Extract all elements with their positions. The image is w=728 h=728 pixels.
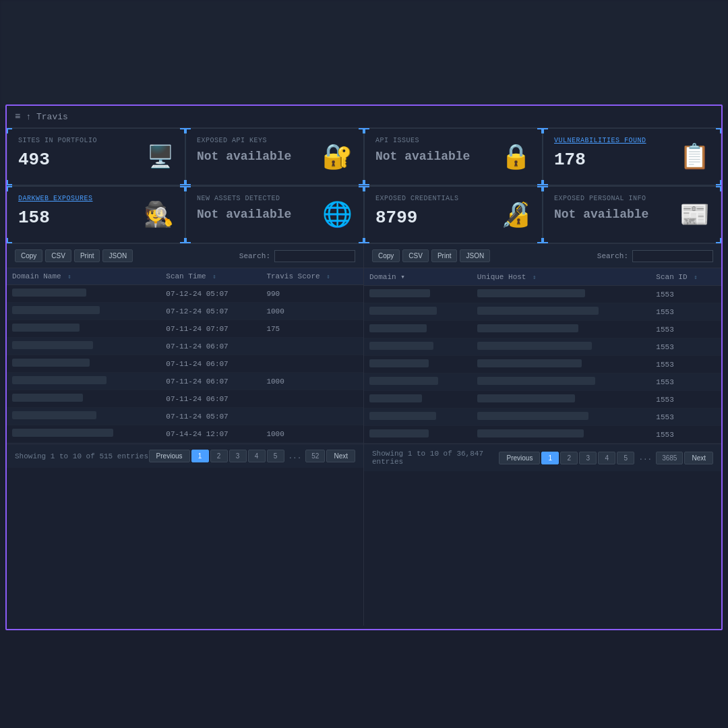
left-table-row: 07-12-24 05:07 990 xyxy=(7,285,363,303)
right-btn-group: Copy CSV Print JSON xyxy=(372,249,490,262)
right-domain-cell xyxy=(364,286,472,303)
right-page-5-btn[interactable]: 5 xyxy=(617,452,634,464)
right-prev-btn[interactable]: Previous xyxy=(499,452,540,464)
left-search-input[interactable] xyxy=(274,250,355,262)
left-prev-btn[interactable]: Previous xyxy=(149,450,190,462)
right-print-btn[interactable]: Print xyxy=(431,249,458,262)
stat-exposed-creds: Exposed Credentials 8799 🔏 xyxy=(364,186,543,243)
api-keys-icon: 🔐 xyxy=(322,142,353,172)
left-copy-btn[interactable]: Copy xyxy=(15,249,42,262)
right-table-row: 1553 xyxy=(364,426,721,444)
left-page-1-btn[interactable]: 1 xyxy=(191,450,209,462)
left-page-3-btn[interactable]: 3 xyxy=(229,450,247,462)
right-col-domain[interactable]: Domain ▾ xyxy=(364,268,472,286)
bottom-background xyxy=(0,627,728,728)
stats-row-2: DarkWeb Exposures 158 🕵️ New Assets Dete… xyxy=(7,186,721,244)
new-assets-icon: 🌐 xyxy=(322,200,353,230)
right-scan-id-cell: 1553 xyxy=(650,408,721,426)
left-page-4-btn[interactable]: 4 xyxy=(248,450,266,462)
stat-new-assets: New Assets Detected Not available 🌐 xyxy=(185,186,364,243)
right-scan-id-cell: 1553 xyxy=(650,391,721,408)
right-scan-id-cell: 1553 xyxy=(650,356,721,373)
left-table-scroll: Domain Name ⇕ Scan Time ⇕ Travis Score ⇕… xyxy=(7,268,363,444)
right-ellipsis: ... xyxy=(636,454,655,462)
right-table-row: 1553 xyxy=(364,356,721,373)
left-col-travis-score[interactable]: Travis Score ⇕ xyxy=(261,268,363,285)
left-page-2-btn[interactable]: 2 xyxy=(210,450,228,462)
right-table-row: 1553 xyxy=(364,373,721,391)
tables-wrapper: Copy CSV Print JSON Search: Doma xyxy=(7,244,721,626)
window-title: ↑ Travis xyxy=(26,112,67,122)
right-page-3-btn[interactable]: 3 xyxy=(579,452,597,464)
left-domain-cell xyxy=(7,373,160,390)
right-host-cell xyxy=(472,356,651,373)
right-page-2-btn[interactable]: 2 xyxy=(560,452,578,464)
right-host-cell xyxy=(472,303,651,321)
left-col-scan-time[interactable]: Scan Time ⇕ xyxy=(160,268,261,285)
right-json-btn[interactable]: JSON xyxy=(460,249,490,262)
left-score-cell: 1000 xyxy=(261,303,363,320)
left-scan-time-cell: 07-14-24 12:07 xyxy=(160,425,261,443)
content-wrapper: Sites in Portfolio 493 🖥️ Exposed API Ke… xyxy=(7,128,721,626)
left-page-5-btn[interactable]: 5 xyxy=(267,450,284,462)
right-scan-id-cell: 1553 xyxy=(650,286,721,303)
left-json-btn[interactable]: JSON xyxy=(102,249,133,262)
left-pagination-area: Showing 1 to 10 of 515 entries Previous … xyxy=(7,444,363,468)
left-scan-time-cell: 07-11-24 06:07 xyxy=(160,390,261,408)
left-table-row: 07-11-24 07:07 175 xyxy=(7,320,363,338)
left-table-row: 07-14-24 12:07 1000 xyxy=(7,425,363,443)
left-csv-btn[interactable]: CSV xyxy=(45,249,71,262)
right-copy-btn[interactable]: Copy xyxy=(372,249,400,262)
right-last-page-btn[interactable]: 3685 xyxy=(656,452,683,464)
left-domain-cell xyxy=(7,320,160,338)
left-next-btn[interactable]: Next xyxy=(326,450,355,462)
left-last-page-btn[interactable]: 52 xyxy=(305,450,325,462)
vulnerabilities-icon: 📋 xyxy=(679,142,710,172)
left-table-row: 07-12-24 05:07 1000 xyxy=(7,303,363,320)
left-domain-cell xyxy=(7,303,160,320)
right-toolbar: Copy CSV Print JSON Search: xyxy=(364,244,721,268)
stat-vulnerabilities: Vulnerabilities Found 178 📋 xyxy=(543,128,721,185)
left-score-cell xyxy=(261,338,363,355)
right-table-scroll: Domain ▾ Unique Host ⇕ Scan ID ⇕ 1553 15… xyxy=(364,268,721,444)
right-table-row: 1553 xyxy=(364,408,721,426)
title-bar: ≡ ↑ Travis xyxy=(7,106,721,128)
left-scan-time-cell: 07-11-24 06:07 xyxy=(160,355,261,373)
right-page-4-btn[interactable]: 4 xyxy=(598,452,615,464)
right-host-cell xyxy=(472,426,651,444)
stat-api-keys: Exposed API Keys Not available 🔐 xyxy=(185,128,364,185)
hamburger-icon[interactable]: ≡ xyxy=(15,111,20,122)
left-btn-group: Copy CSV Print JSON xyxy=(15,249,133,262)
right-csv-btn[interactable]: CSV xyxy=(402,249,429,262)
left-domain-cell xyxy=(7,390,160,408)
right-page-1-btn[interactable]: 1 xyxy=(541,452,559,464)
right-host-cell xyxy=(472,408,651,426)
right-domain-cell xyxy=(364,356,472,373)
left-print-btn[interactable]: Print xyxy=(74,249,100,262)
left-domain-cell xyxy=(7,338,160,355)
left-table-row: 07-11-24 06:07 xyxy=(7,390,363,408)
stat-personal-info: Exposed Personal Info Not available 📰 xyxy=(543,186,721,243)
right-scan-id-cell: 1553 xyxy=(650,303,721,321)
left-scan-time-cell: 07-11-24 05:07 xyxy=(160,408,261,425)
right-next-btn[interactable]: Next xyxy=(684,452,713,464)
right-host-cell xyxy=(472,373,651,391)
right-table-row: 1553 xyxy=(364,286,721,303)
right-table-row: 1553 xyxy=(364,303,721,321)
left-table-row: 07-11-24 06:07 xyxy=(7,338,363,355)
right-col-host[interactable]: Unique Host ⇕ xyxy=(472,268,651,286)
left-domain-cell xyxy=(7,285,160,303)
right-table-row: 1553 xyxy=(364,321,721,338)
right-col-scan-id[interactable]: Scan ID ⇕ xyxy=(650,268,721,286)
right-domain-cell xyxy=(364,408,472,426)
right-domain-cell xyxy=(364,303,472,321)
top-background xyxy=(0,0,728,108)
right-search-area: Search: xyxy=(597,250,713,262)
right-domain-cell xyxy=(364,391,472,408)
personal-icon: 📰 xyxy=(679,200,710,230)
right-table-row: 1553 xyxy=(364,391,721,408)
right-domain-cell xyxy=(364,373,472,391)
left-score-cell: 1000 xyxy=(261,373,363,390)
right-search-input[interactable] xyxy=(632,250,713,262)
left-col-domain[interactable]: Domain Name ⇕ xyxy=(7,268,160,285)
